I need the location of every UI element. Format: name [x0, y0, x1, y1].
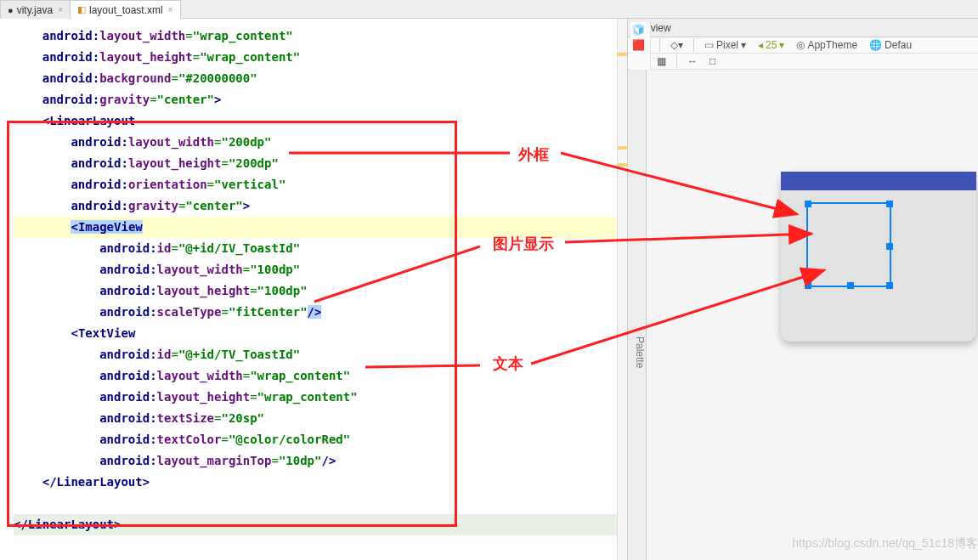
tab-label: layout_toast.xml — [89, 4, 163, 16]
preview-title: Preview — [628, 19, 978, 37]
selection-rect[interactable] — [806, 202, 891, 287]
xml-file-icon: ◧ — [77, 4, 86, 15]
editor-gutter — [617, 19, 627, 560]
theme-selector[interactable]: ◎ AppTheme — [793, 37, 861, 53]
palette-icons: 🧊 🟥 — [630, 22, 651, 70]
close-icon[interactable]: × — [58, 5, 63, 14]
api-selector[interactable]: ◂ 25 ▾ — [755, 37, 788, 53]
refresh-icon[interactable]: □ — [706, 54, 719, 69]
tab-layout-toast-xml[interactable]: ◧ layout_toast.xml × — [70, 0, 181, 19]
preview-canvas[interactable]: Palette — [628, 70, 978, 560]
preview-panel: Preview ◆▾ ◇▾ ▭ Pixel ▾ ◂ 25 ▾ ◎ AppThem… — [627, 19, 978, 560]
orientation-icon[interactable]: ◇▾ — [667, 37, 687, 53]
locale-selector[interactable]: 🌐 Defau — [866, 37, 915, 53]
close-icon[interactable]: × — [168, 5, 173, 14]
annotation-outer: 外框 — [518, 144, 549, 165]
editor-tabs: ● vity.java × ◧ layout_toast.xml × — [0, 0, 978, 19]
code-editor[interactable]: android:layout_width="wrap_content" andr… — [0, 19, 627, 560]
tab-label: vity.java — [17, 4, 53, 16]
palette-sidebar[interactable]: Palette — [628, 70, 647, 560]
annotation-text: 文本 — [493, 354, 523, 374]
expand-icon[interactable]: ↔ — [684, 54, 701, 69]
device-selector[interactable]: ▭ Pixel ▾ — [701, 37, 749, 53]
annotation-image: 图片显示 — [493, 234, 554, 254]
preview-toolbar-1: ◆▾ ◇▾ ▭ Pixel ▾ ◂ 25 ▾ ◎ AppTheme 🌐 Defa… — [628, 37, 978, 54]
tab-vity-java[interactable]: ● vity.java × — [0, 0, 71, 19]
palette-icon-1[interactable]: 🧊 — [632, 24, 648, 36]
preview-toolbar-2: ⊞ ▦ ↔ □ — [628, 54, 978, 70]
status-bar — [781, 172, 976, 190]
watermark: https://blog.csdn.net/qq_51c18博客 — [792, 536, 978, 552]
java-file-icon: ● — [8, 5, 14, 15]
grid-icon[interactable]: ▦ — [653, 54, 670, 69]
main-content: android:layout_width="wrap_content" andr… — [0, 19, 978, 560]
palette-icon-2[interactable]: 🟥 — [632, 39, 648, 51]
